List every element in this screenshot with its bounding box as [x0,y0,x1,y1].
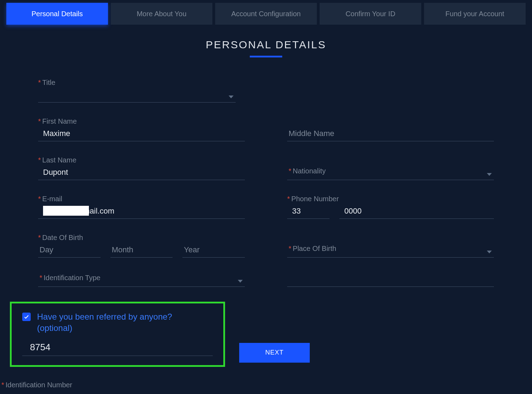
tab-confirm-id[interactable]: Confirm Your ID [320,3,421,25]
nationality-label: Nationality [293,167,326,175]
chevron-down-icon [229,96,234,98]
pob-label: Place Of Birth [293,245,336,252]
chevron-down-icon [487,251,492,253]
referral-section: Have you been referred by anyone? (optio… [10,302,225,367]
last-name-label: Last Name [42,156,77,164]
title-select[interactable] [38,88,236,103]
step-tabs: Personal Details More About You Account … [6,3,526,25]
middle-name-input[interactable] [287,127,494,141]
chevron-down-icon [487,173,492,176]
phone-country-code-input[interactable] [287,204,330,219]
tab-account-configuration[interactable]: Account Configuration [215,3,317,25]
chevron-down-icon [238,280,243,283]
tab-more-about-you[interactable]: More About You [111,3,212,25]
last-name-input[interactable] [38,166,245,180]
dob-day-input[interactable] [38,243,101,258]
referral-checkbox[interactable] [22,313,31,321]
next-button[interactable]: NEXT [239,343,310,363]
first-name-input[interactable] [38,127,245,141]
identification-number-input[interactable] [287,272,494,287]
phone-label: Phone Number [291,195,339,203]
tab-personal-details[interactable]: Personal Details [6,3,108,25]
page-title: PERSONAL DETAILS [6,39,526,51]
dob-label: Date Of Birth [42,234,83,241]
referral-code-input[interactable] [22,340,213,356]
referral-label: Have you been referred by anyone? (optio… [37,311,172,334]
first-name-label: First Name [42,117,77,125]
id-type-label: Identification Type [44,274,101,282]
tab-fund-account[interactable]: Fund your Account [424,3,526,25]
id-number-label: Identification Number [6,381,72,389]
phone-number-input[interactable] [339,204,494,219]
email-redaction [43,206,89,216]
dob-year-input[interactable] [182,243,245,258]
title-field[interactable]: *Title [38,79,236,103]
title-label: Title [42,79,55,86]
check-icon [24,314,29,320]
dob-month-input[interactable] [110,243,173,258]
email-label: E-mail [42,195,62,203]
